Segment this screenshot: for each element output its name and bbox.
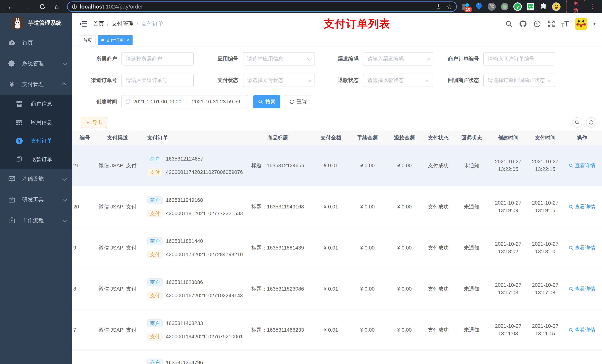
reset-button[interactable]: 重置 — [285, 95, 311, 108]
sidebar-item-label: 工作流程 — [22, 217, 44, 224]
sidebar: 芋道管理系统 首页 系统管理 ¥ 支付管理 — [0, 13, 72, 364]
cell-refund-amount: ¥ 0.00 — [386, 204, 423, 210]
cell-refund-amount: ¥ 0.00 — [386, 245, 423, 251]
extension-balloon-icon[interactable] — [475, 2, 483, 11]
active-tab-dot — [101, 39, 104, 42]
col-header-action: 操作 — [564, 134, 600, 141]
cell-pay-status: 支付成功 — [423, 162, 453, 169]
view-detail-link[interactable]: 查看详情 — [564, 203, 600, 210]
browser-menu-icon[interactable]: ⋮ — [590, 3, 595, 10]
table-grid-icon — [14, 119, 24, 126]
pay-order-table: 编号 支付渠道 支付订单 商品标题 支付金额 手续金额 退款金额 支付状态 回调… — [72, 131, 602, 364]
sidebar-item-merchant-info[interactable]: 商户信息 — [0, 95, 72, 113]
breadcrumb-pay-mgmt[interactable]: 支付管理 — [111, 20, 134, 28]
user-avatar[interactable] — [575, 18, 587, 30]
merchant-select[interactable]: 请选择所属商户 — [121, 52, 194, 65]
tab-pay-order[interactable]: 支付订单 × — [98, 35, 133, 45]
cell-title: 标题：1635312124656 — [243, 162, 313, 169]
browser-home-icon[interactable]: ⌂ — [55, 3, 59, 10]
view-detail-link[interactable]: 查看详情 — [564, 326, 600, 333]
sidebar-item-pay-order[interactable]: ¥ 支付订单 — [0, 132, 72, 150]
export-button-label: 导出 — [93, 119, 102, 126]
toolbox-icon — [7, 196, 16, 203]
view-detail-link[interactable]: 查看详情 — [564, 162, 600, 169]
breadcrumb-home[interactable]: 首页 — [93, 20, 104, 28]
extension-command-icon[interactable]: ⌘ — [487, 2, 496, 11]
create-time-range-picker[interactable]: 2021-10-01 00:00:00 - 2021-10-31 23:59:5… — [121, 95, 248, 108]
toggle-search-button[interactable] — [572, 117, 582, 128]
table-row[interactable]: 21 微信 JSAPI 支付 商户1635312124657 支付4200001… — [72, 145, 602, 186]
app-select[interactable]: 请选择应用信息 — [243, 52, 315, 65]
tab-home[interactable]: 首页 — [80, 35, 96, 45]
extension-chat-icon[interactable] — [526, 2, 535, 11]
tab-label: 首页 — [83, 37, 92, 43]
col-header-refund-amount: 退款金额 — [386, 134, 423, 141]
app-logo[interactable]: 芋道管理系统 — [0, 13, 72, 32]
browser-forward-icon[interactable]: → — [23, 3, 30, 10]
sidebar-item-system[interactable]: 系统管理 — [0, 53, 72, 74]
channel-order-no-input[interactable]: 请输入渠道订单号 — [121, 74, 194, 87]
profile-emoji-icon[interactable] — [552, 2, 560, 11]
sidebar-item-workflow[interactable]: 工作流程 — [0, 210, 72, 231]
table-row[interactable]: 7 微信 JSAPI 支付 商户1635311468233 支付42000011… — [72, 309, 602, 350]
header-search-icon[interactable] — [505, 20, 513, 28]
search-icon — [258, 99, 263, 104]
help-icon[interactable]: ? — [533, 20, 541, 28]
cell-pay-time: 2021-10-2713:17:08 — [527, 281, 564, 296]
export-button[interactable]: 导出 — [81, 117, 107, 128]
url-text: localhost:1024/pay/order — [80, 3, 143, 10]
github-icon[interactable] — [519, 20, 527, 28]
table-row[interactable]: 20 微信 JSAPI 支付 商户1635311949168 支付4200001… — [72, 186, 602, 227]
refresh-icon — [289, 99, 294, 104]
cell-fee-amount: ¥ 0.00 — [349, 204, 386, 210]
tab-close-icon[interactable]: × — [127, 38, 129, 43]
sidebar-fold-icon[interactable] — [80, 20, 88, 27]
sidebar-item-infrastructure[interactable]: 基础设施 — [0, 169, 72, 189]
yen-circle-icon: ¥ — [14, 137, 24, 145]
browser-back-icon[interactable]: ← — [7, 3, 14, 10]
sidebar-item-app-info[interactable]: 应用信息 — [0, 113, 72, 132]
refresh-table-button[interactable] — [586, 117, 596, 128]
magnifier-icon — [569, 245, 573, 250]
filter-row-2: 渠道订单号 请输入渠道订单号 支付状态 请选择支付状态 退款状态 请选择退款状态… — [78, 74, 596, 87]
extension-dot-icon[interactable] — [500, 2, 509, 11]
table-row[interactable]: 8 微信 JSAPI 支付 商户1635311823086 支付42000011… — [72, 268, 602, 309]
svg-text:?: ? — [536, 22, 538, 26]
avatar-dropdown-caret-icon[interactable]: ▾ — [593, 21, 596, 27]
sidebar-item-payment[interactable]: ¥ 支付管理 — [0, 74, 72, 95]
dashboard-icon — [7, 39, 16, 47]
sidebar-item-label: 首页 — [22, 39, 33, 47]
notify-status-select[interactable]: 请选择订单回调商户状态 — [483, 74, 555, 87]
extension-diamond-icon[interactable]: 10 — [462, 2, 470, 11]
table-row[interactable]: 9 微信 JSAPI 支付 商户1635311881440 支付42000011… — [72, 227, 602, 268]
fullscreen-icon[interactable] — [547, 20, 555, 28]
cell-pay-status: 支付成功 — [423, 285, 453, 292]
chevron-down-icon — [62, 176, 67, 181]
browser-reload-icon[interactable] — [39, 3, 45, 10]
bookmark-star-icon[interactable]: ☆ — [447, 3, 452, 10]
table-row[interactable]: 商户1635311354796 — [72, 350, 602, 364]
site-info-icon[interactable] — [72, 4, 77, 10]
channel-code-select[interactable]: 请输入渠道编码 — [363, 52, 433, 65]
pay-tag: 支付 — [147, 209, 162, 217]
pay-tag: 支付 — [147, 251, 162, 258]
pay-status-select[interactable]: 请选择支付状态 — [243, 74, 315, 87]
view-detail-link[interactable]: 查看详情 — [564, 244, 600, 251]
chrome-update-button[interactable]: 更新 — [566, 0, 585, 16]
extension-yudao-icon[interactable]: y — [513, 2, 522, 11]
view-detail-link[interactable]: 查看详情 — [564, 285, 600, 292]
search-button[interactable]: 搜索 — [253, 95, 280, 108]
placeholder-text: 请选择订单回调商户状态 — [488, 77, 545, 84]
placeholder-text: 请输入商户订单编号 — [488, 55, 534, 62]
pay-tag: 支付 — [147, 292, 162, 300]
address-bar[interactable]: localhost:1024/pay/order ☆ — [67, 1, 457, 12]
sidebar-item-refund-order[interactable]: 退款订单 — [0, 150, 72, 169]
sidebar-item-dev-tools[interactable]: 研发工具 — [0, 189, 72, 210]
extensions-puzzle-icon[interactable] — [539, 2, 548, 11]
table-header-row: 编号 支付渠道 支付订单 商品标题 支付金额 手续金额 退款金额 支付状态 回调… — [72, 131, 602, 145]
share-icon[interactable] — [436, 4, 441, 10]
merchant-order-no-input[interactable]: 请输入商户订单编号 — [483, 52, 555, 65]
font-size-icon[interactable]: TT — [561, 20, 569, 28]
refund-status-select[interactable]: 请选择退款状态 — [363, 74, 433, 87]
sidebar-item-home[interactable]: 首页 — [0, 32, 72, 53]
